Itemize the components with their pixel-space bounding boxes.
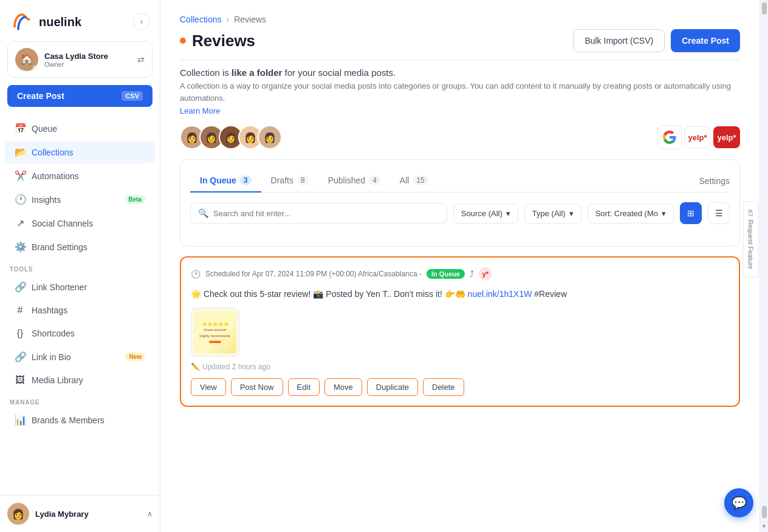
chat-button[interactable]: 💬 bbox=[724, 488, 753, 517]
post-link[interactable]: nuel.ink/1h1X1W bbox=[468, 289, 532, 299]
sidebar-item-label: Hashtags bbox=[32, 305, 145, 315]
sidebar-item-label: Automations bbox=[32, 171, 145, 181]
sidebar-item-label: Shortcodes bbox=[32, 329, 145, 338]
info-bold-text: Collection is like a folder for your soc… bbox=[180, 67, 740, 78]
list-view-button[interactable]: ☰ bbox=[708, 202, 730, 224]
tools-section-label: TOOLS bbox=[0, 259, 160, 275]
sidebar-item-label: Link in Bio bbox=[32, 352, 119, 362]
filters-row: 🔍 Source (All) ▾ Type (All) ▾ Sort: Crea… bbox=[190, 202, 730, 224]
post-hashtag: #Review bbox=[534, 289, 567, 299]
avatar: 👩 bbox=[258, 125, 282, 149]
create-post-button[interactable]: Create Post CSV bbox=[7, 85, 153, 107]
user-info: Casa Lydia Store Owner bbox=[44, 52, 131, 68]
sidebar-footer[interactable]: 👩 Lydia Mybrary ∧ bbox=[0, 495, 160, 532]
sidebar-item-social-channels[interactable]: ↗ Social Channels bbox=[5, 212, 155, 234]
post-actions: View Post Now Edit Move Duplicate Delete bbox=[191, 378, 729, 396]
shortcodes-icon: {} bbox=[15, 328, 26, 339]
sidebar-item-label: Link Shortener bbox=[32, 282, 145, 292]
refresh-icon[interactable]: ⇄ bbox=[137, 55, 145, 64]
yelp-logo-2: yelp* bbox=[713, 126, 740, 148]
sidebar-item-label: Media Library bbox=[32, 375, 145, 385]
info-description: A collection is a way to organize your s… bbox=[180, 80, 740, 104]
user-name: Casa Lydia Store bbox=[44, 52, 131, 61]
bulk-import-button[interactable]: Bulk Import (CSV) bbox=[573, 29, 665, 52]
post-updated: ✏️ Updated 2 hours ago bbox=[191, 363, 729, 371]
move-button[interactable]: Move bbox=[324, 378, 362, 396]
sidebar-item-label: Brand Settings bbox=[32, 242, 145, 252]
sort-filter[interactable]: Sort: Created (Mo ▾ bbox=[588, 203, 674, 223]
tabs-bar: In Queue 3 Drafts 8 Published 4 All 15 S… bbox=[190, 169, 730, 193]
sidebar-header: nuelink ‹ bbox=[0, 0, 160, 41]
sidebar-item-automations[interactable]: ✂️ Automations bbox=[5, 165, 155, 187]
sidebar-item-shortcodes[interactable]: {} Shortcodes bbox=[5, 322, 155, 344]
sidebar-item-label: Collections bbox=[32, 148, 145, 157]
avatar: 🏠 bbox=[15, 48, 38, 71]
yelp-platform-icon: y* bbox=[479, 267, 492, 281]
queue-icon: 📅 bbox=[15, 123, 26, 134]
page-title: Reviews bbox=[192, 32, 255, 50]
collapse-sidebar-button[interactable]: ‹ bbox=[133, 13, 150, 30]
footer-user-name: Lydia Mybrary bbox=[35, 510, 141, 519]
csv-badge: CSV bbox=[122, 91, 143, 101]
sidebar-item-insights[interactable]: 🕐 Insights Beta bbox=[5, 188, 155, 211]
delete-button[interactable]: Delete bbox=[423, 378, 464, 396]
tab-in-queue[interactable]: In Queue 3 bbox=[190, 169, 261, 193]
main-content: Collections › Reviews Reviews Bulk Impor… bbox=[160, 0, 759, 532]
status-dot bbox=[180, 38, 186, 44]
sidebar-item-brands-members[interactable]: 📊 Brands & Members bbox=[5, 409, 155, 431]
post-now-button[interactable]: Post Now bbox=[231, 378, 283, 396]
breadcrumb: Collections › Reviews bbox=[180, 15, 740, 24]
media-library-icon: 🖼 bbox=[15, 375, 26, 386]
search-input[interactable] bbox=[213, 209, 439, 218]
tab-all[interactable]: All 15 bbox=[390, 169, 438, 193]
create-post-header-button[interactable]: Create Post bbox=[671, 29, 740, 52]
divider bbox=[180, 60, 740, 60]
breadcrumb-collections-link[interactable]: Collections bbox=[180, 15, 221, 24]
hashtags-icon: # bbox=[15, 305, 26, 316]
scroll-thumb bbox=[762, 2, 767, 15]
avatar-group: 👩 👩 👩 👩 👩 bbox=[180, 125, 282, 149]
view-button[interactable]: View bbox=[191, 378, 226, 396]
request-feature-tab[interactable]: 🏷 Request Feature bbox=[743, 202, 759, 278]
edit-button[interactable]: Edit bbox=[288, 378, 320, 396]
search-icon: 🔍 bbox=[198, 208, 208, 218]
type-filter[interactable]: Type (All) ▾ bbox=[524, 203, 581, 223]
tab-published[interactable]: Published 4 bbox=[318, 169, 390, 193]
scrollbar[interactable]: ▼ bbox=[759, 0, 768, 532]
sidebar-item-link-in-bio[interactable]: 🔗 Link in Bio New bbox=[5, 346, 155, 368]
sidebar-item-collections[interactable]: 📂 Collections bbox=[5, 141, 155, 163]
sidebar-item-hashtags[interactable]: # Hashtags bbox=[5, 299, 155, 321]
link-in-bio-icon: 🔗 bbox=[15, 351, 26, 363]
automations-icon: ✂️ bbox=[15, 170, 26, 182]
breadcrumb-separator: › bbox=[226, 15, 229, 24]
sidebar-item-brand-settings[interactable]: ⚙️ Brand Settings bbox=[5, 236, 155, 258]
sidebar-item-queue[interactable]: 📅 Queue bbox=[5, 117, 155, 140]
yelp-logo-1: yelp* bbox=[684, 126, 711, 148]
learn-more-link[interactable]: Learn More bbox=[180, 106, 740, 115]
page-title-area: Reviews bbox=[180, 32, 255, 50]
post-card: 🕐 Scheduled for Apr 07, 2024 11:09 PM (+… bbox=[180, 256, 740, 407]
scroll-down-icon[interactable]: ▼ bbox=[759, 520, 768, 532]
all-count: 15 bbox=[413, 176, 428, 185]
beta-badge: Beta bbox=[125, 195, 145, 204]
source-filter[interactable]: Source (All) ▾ bbox=[453, 203, 518, 223]
sidebar-item-label: Queue bbox=[32, 124, 145, 134]
user-role: Owner bbox=[44, 61, 131, 68]
grid-view-button[interactable]: ⊞ bbox=[680, 202, 702, 224]
tab-drafts[interactable]: Drafts 8 bbox=[261, 169, 318, 193]
duplicate-button[interactable]: Duplicate bbox=[367, 378, 418, 396]
sidebar-item-media-library[interactable]: 🖼 Media Library bbox=[5, 369, 155, 391]
breadcrumb-current: Reviews bbox=[234, 15, 266, 24]
published-count: 4 bbox=[369, 176, 380, 185]
chevron-up-icon: ∧ bbox=[147, 510, 153, 518]
manage-section-label: MANAGE bbox=[0, 392, 160, 408]
tabs-settings-button[interactable]: Settings bbox=[699, 176, 730, 186]
sidebar-item-link-shortener[interactable]: 🔗 Link Shortener bbox=[5, 276, 155, 298]
social-channels-icon: ↗ bbox=[15, 217, 26, 229]
post-image-inner: ⭐⭐⭐⭐⭐ Great service!Highly recommend. bbox=[194, 311, 236, 353]
collections-icon: 📂 bbox=[15, 146, 26, 158]
new-badge: New bbox=[125, 352, 145, 361]
drafts-count: 8 bbox=[297, 176, 309, 185]
scheduled-text: Scheduled for Apr 07, 2024 11:09 PM (+00… bbox=[205, 270, 422, 278]
sidebar-item-label: Insights bbox=[32, 195, 118, 205]
